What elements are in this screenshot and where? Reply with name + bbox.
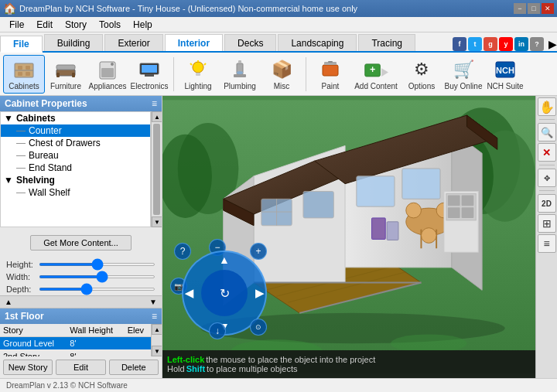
tool-paint[interactable]: Paint bbox=[309, 55, 351, 94]
tool-furniture[interactable]: Furniture bbox=[45, 55, 87, 94]
zoom-tool-button[interactable]: 🔍 bbox=[538, 123, 556, 141]
facebook-icon[interactable]: f bbox=[453, 37, 466, 51]
nav-circle[interactable]: ? − + 📷 ▲ ▼ ◀ bbox=[178, 247, 263, 332]
height-slider[interactable] bbox=[39, 263, 155, 266]
menu-tools[interactable]: Tools bbox=[93, 18, 127, 32]
tab-interior[interactable]: Interior bbox=[165, 34, 223, 51]
layers-button[interactable]: ≡ bbox=[538, 234, 556, 253]
tab-tracing[interactable]: Tracing bbox=[358, 34, 415, 51]
tree-scrollbar[interactable]: ▲ ▼ bbox=[151, 111, 162, 227]
menu-file[interactable]: File bbox=[3, 18, 30, 32]
svg-rect-55 bbox=[303, 191, 333, 217]
app-icon: 🏠 bbox=[3, 2, 16, 15]
nav-help-button[interactable]: ? bbox=[174, 243, 191, 260]
menu-help[interactable]: Help bbox=[127, 18, 159, 32]
nav-tilt-down-button[interactable]: ↓ bbox=[209, 322, 226, 339]
svg-rect-14 bbox=[142, 65, 157, 73]
select-tool-button[interactable]: ✥ bbox=[538, 169, 556, 187]
tool-nch-suite[interactable]: NCH NCH Suite bbox=[484, 55, 526, 94]
scroll-down-arrow[interactable]: ▼ bbox=[152, 216, 162, 227]
new-story-button[interactable]: New Story bbox=[3, 360, 53, 375]
get-more-button[interactable]: Get More Content... bbox=[30, 235, 132, 251]
expand-shelving-icon: ▼ bbox=[4, 175, 13, 186]
menu-edit[interactable]: Edit bbox=[30, 18, 59, 32]
options-label: Options bbox=[408, 82, 435, 90]
nav-left-arrow[interactable]: ◀ bbox=[185, 287, 193, 299]
tool-lighting[interactable]: Lighting bbox=[177, 55, 219, 94]
title-bar-controls[interactable]: − □ ✕ bbox=[514, 3, 554, 14]
tool-buy-online[interactable]: 🛒 Buy Online bbox=[443, 55, 484, 94]
nav-reset-button[interactable]: ⊙ bbox=[250, 319, 267, 336]
svg-rect-67 bbox=[462, 195, 474, 206]
options-icon: ⚙ bbox=[409, 57, 434, 82]
tab-file[interactable]: File bbox=[0, 36, 43, 53]
gplus-icon[interactable]: g bbox=[484, 37, 497, 51]
tool-plumbing[interactable]: Plumbing bbox=[219, 55, 261, 94]
twitter-icon[interactable]: t bbox=[468, 37, 482, 51]
minimize-button[interactable]: − bbox=[514, 3, 526, 14]
tree-group-shelving[interactable]: ▼ Shelving bbox=[1, 174, 150, 186]
cabinet-collapse-icon[interactable]: ≡ bbox=[152, 98, 157, 109]
floor-row-1[interactable]: 2nd Story 8' bbox=[0, 350, 151, 357]
floor-scroll-down[interactable]: ▼ bbox=[152, 346, 162, 356]
width-slider[interactable] bbox=[39, 275, 155, 278]
help-social-icon[interactable]: ? bbox=[530, 37, 544, 51]
panel-scroll-up[interactable]: ▲ bbox=[5, 298, 12, 306]
linkedin-icon[interactable]: in bbox=[514, 37, 528, 51]
panel-scroll-down[interactable]: ▼ bbox=[149, 298, 157, 306]
hand-tool-button[interactable]: ✋ bbox=[538, 97, 556, 116]
floor-row-0-wallheight: 8' bbox=[67, 337, 124, 350]
scroll-up-arrow[interactable]: ▲ bbox=[152, 111, 162, 122]
svg-line-19 bbox=[190, 63, 192, 65]
svg-point-24 bbox=[237, 71, 243, 74]
expand-icon[interactable]: ▶ bbox=[548, 38, 557, 50]
svg-line-20 bbox=[204, 63, 206, 65]
floor-scrollbar[interactable]: ▲ ▼ bbox=[151, 324, 162, 356]
close-button[interactable]: ✕ bbox=[542, 3, 554, 14]
tree-item-counter[interactable]: — Counter bbox=[1, 124, 150, 137]
edit-button[interactable]: Edit bbox=[56, 360, 105, 375]
svg-rect-3 bbox=[26, 66, 30, 70]
main-layout: Cabinet Properties ≡ ▼ Cabinets — Counte… bbox=[0, 96, 557, 378]
tab-landscaping[interactable]: Landscaping bbox=[278, 34, 357, 51]
tab-building[interactable]: Building bbox=[44, 34, 104, 51]
tool-options[interactable]: ⚙ Options bbox=[401, 55, 443, 94]
floor-scroll-up[interactable]: ▲ bbox=[152, 324, 162, 335]
tab-decks[interactable]: Decks bbox=[224, 34, 276, 51]
delete-tool-button[interactable]: ✕ bbox=[538, 143, 556, 162]
instruction-line-2: Hold Shift to place multiple objects bbox=[167, 364, 531, 373]
grid-button[interactable]: ⊞ bbox=[538, 214, 556, 233]
tree-item-counter-label: Counter bbox=[29, 125, 62, 136]
paint-label: Paint bbox=[322, 82, 340, 90]
nav-up-arrow[interactable]: ▲ bbox=[219, 254, 230, 266]
maximize-button[interactable]: □ bbox=[528, 3, 540, 14]
depth-label: Depth: bbox=[6, 285, 34, 294]
delete-button[interactable]: Delete bbox=[109, 360, 159, 375]
depth-slider[interactable] bbox=[39, 288, 155, 291]
tab-exterior[interactable]: Exterior bbox=[104, 34, 162, 51]
tree-item-wallshelf[interactable]: — Wall Shelf bbox=[1, 186, 150, 199]
tool-electronics[interactable]: Electronics bbox=[128, 55, 170, 94]
svg-rect-7 bbox=[56, 73, 60, 77]
cabinets-icon bbox=[12, 57, 36, 82]
tree-item-endstand[interactable]: — End Stand bbox=[1, 162, 150, 174]
floor-row-0[interactable]: Ground Level 8' bbox=[0, 337, 151, 350]
nav-right-arrow[interactable]: ▶ bbox=[255, 287, 264, 299]
tree-group-cabinets[interactable]: ▼ Cabinets bbox=[1, 112, 150, 124]
viewport[interactable]: ? − + 📷 ▲ ▼ ◀ bbox=[162, 96, 535, 378]
2d-view-button[interactable]: 2D bbox=[538, 194, 556, 213]
add-content-label: Add Content bbox=[354, 82, 398, 90]
nav-zoom-in-button[interactable]: + bbox=[250, 243, 267, 260]
floor-panel-collapse[interactable]: ≡ bbox=[152, 311, 157, 322]
tree-item-bureau[interactable]: — Bureau bbox=[1, 149, 150, 162]
electronics-label: Electronics bbox=[131, 82, 169, 90]
tool-add-content[interactable]: + Add Content bbox=[351, 55, 401, 94]
tool-cabinets[interactable]: Cabinets bbox=[3, 55, 45, 94]
misc-icon: 📦 bbox=[269, 57, 294, 82]
tool-misc[interactable]: 📦 Misc bbox=[261, 55, 302, 94]
youtube-icon[interactable]: y bbox=[499, 37, 513, 51]
tree-item-wallshelf-label: Wall Shelf bbox=[29, 187, 70, 198]
menu-story[interactable]: Story bbox=[59, 18, 93, 32]
tool-appliances[interactable]: Appliances bbox=[87, 55, 128, 94]
tree-item-chest[interactable]: — Chest of Drawers bbox=[1, 137, 150, 149]
